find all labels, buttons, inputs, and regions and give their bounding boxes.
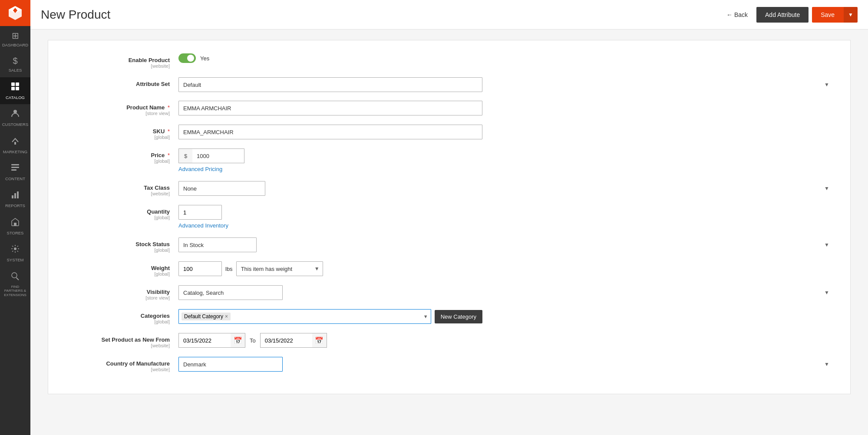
svg-rect-11: [17, 191, 19, 198]
sidebar-logo: [0, 0, 30, 26]
country-manufacture-label: Country of Manufacture: [106, 360, 170, 367]
categories-control: Default Category × ▼ New Category: [178, 309, 833, 324]
enable-product-label: Enable Product: [129, 57, 170, 63]
sku-sublabel: [global]: [66, 135, 170, 140]
visibility-select-wrap: Catalog, Search Catalog Search Not Visib…: [178, 285, 833, 300]
svg-rect-6: [11, 164, 19, 165]
calendar-to-icon: 📅: [315, 336, 323, 345]
save-button[interactable]: Save: [812, 7, 843, 23]
date-from-calendar-button[interactable]: 📅: [231, 333, 245, 348]
enable-product-toggle[interactable]: [178, 53, 196, 63]
attribute-set-arrow-icon: ▼: [824, 82, 829, 88]
weight-label-col: Weight [global]: [66, 261, 178, 277]
date-to-calendar-button[interactable]: 📅: [312, 333, 327, 348]
visibility-select[interactable]: Catalog, Search Catalog Search Not Visib…: [178, 285, 283, 300]
system-icon: [10, 244, 20, 256]
stock-status-label-col: Stock Status [global]: [66, 237, 178, 253]
save-button-group: Save ▼: [812, 7, 858, 23]
sidebar-item-find-partners[interactable]: FIND PARTNERS & EXTENSIONS: [0, 267, 30, 302]
sidebar-item-label: DASHBOARD: [2, 43, 28, 47]
sidebar-item-label: STORES: [7, 231, 24, 235]
quantity-label-col: Quantity [global]: [66, 205, 178, 220]
find-partners-icon: [10, 271, 20, 283]
stock-status-label: Stock Status: [135, 241, 170, 247]
sku-control: [178, 125, 833, 139]
product-name-sublabel: [store view]: [66, 111, 170, 116]
quantity-input[interactable]: [178, 205, 222, 220]
sidebar-item-customers[interactable]: CUSTOMERS: [0, 104, 30, 131]
price-input[interactable]: [192, 148, 244, 163]
categories-input[interactable]: Default Category × ▼: [178, 309, 431, 324]
sku-label: SKU: [153, 128, 165, 135]
attribute-set-select-wrap: Default ▼: [178, 77, 833, 92]
svg-rect-12: [14, 223, 17, 226]
tax-class-label: Tax Class: [144, 185, 170, 191]
sidebar-item-system[interactable]: SYSTEM: [0, 240, 30, 267]
toggle-slider: [178, 53, 196, 63]
tax-class-row: Tax Class [website] None Taxable Goods ▼: [66, 181, 833, 196]
quantity-row: Quantity [global] Advanced Inventory: [66, 205, 833, 229]
weight-control: lbs This item has weight This item has n…: [178, 261, 833, 276]
svg-point-4: [13, 110, 17, 113]
country-manufacture-arrow-icon: ▼: [824, 361, 829, 367]
sidebar-item-stores[interactable]: STORES: [0, 213, 30, 240]
sidebar-item-marketing[interactable]: MARKETING: [0, 132, 30, 158]
sidebar-item-dashboard[interactable]: ⊞ DASHBOARD: [0, 26, 30, 52]
quantity-control: Advanced Inventory: [178, 205, 833, 229]
tax-class-label-col: Tax Class [website]: [66, 181, 178, 196]
category-tag: Default Category ×: [182, 313, 231, 320]
price-input-wrap: $: [178, 148, 833, 163]
sidebar-item-label: SYSTEM: [7, 257, 23, 262]
catalog-icon: [10, 82, 20, 93]
weight-type-select[interactable]: This item has weight This item has no we…: [236, 261, 323, 276]
sku-input[interactable]: [178, 125, 482, 139]
back-button[interactable]: ← Back: [721, 8, 753, 22]
toggle-yes-label: Yes: [200, 55, 209, 62]
country-manufacture-select[interactable]: Denmark United States China Germany: [178, 357, 283, 372]
main-area: New Product ← Back Add Attribute Save ▼ …: [30, 0, 868, 435]
add-attribute-button[interactable]: Add Attribute: [756, 7, 809, 23]
svg-rect-0: [11, 82, 15, 86]
date-from-wrap: 📅: [178, 333, 245, 348]
save-dropdown-button[interactable]: ▼: [843, 7, 858, 23]
product-name-row: Product Name * [store view]: [66, 101, 833, 116]
categories-sublabel: [global]: [66, 319, 170, 324]
price-required: *: [168, 152, 170, 158]
page-title: New Product: [41, 8, 110, 22]
stock-status-select[interactable]: In Stock Out of Stock: [178, 237, 257, 252]
country-manufacture-select-wrap: Denmark United States China Germany ▼: [178, 357, 833, 372]
product-new-from-control: 📅 To 📅: [178, 333, 833, 348]
sidebar-item-catalog[interactable]: CATALOG: [0, 77, 30, 104]
stock-status-select-wrap: In Stock Out of Stock ▼: [178, 237, 833, 252]
attribute-set-label: Attribute Set: [136, 81, 170, 87]
sidebar-item-sales[interactable]: $ SALES: [0, 52, 30, 77]
advanced-pricing-link[interactable]: Advanced Pricing: [178, 166, 833, 172]
product-new-from-label: Set Product as New From: [102, 336, 170, 343]
stores-icon: [10, 217, 20, 229]
svg-rect-7: [11, 167, 19, 168]
product-name-input[interactable]: [178, 101, 482, 115]
content-area: Enable Product [website] Yes Att: [30, 30, 868, 435]
content-icon: [10, 163, 20, 175]
quantity-label: Quantity: [147, 208, 170, 215]
weight-row: Weight [global] lbs This item has weight…: [66, 261, 833, 277]
advanced-inventory-link[interactable]: Advanced Inventory: [178, 222, 833, 229]
date-to-input[interactable]: [260, 333, 312, 348]
weight-input-wrap: lbs This item has weight This item has n…: [178, 261, 833, 276]
new-category-button[interactable]: New Category: [435, 310, 482, 323]
weight-input[interactable]: [178, 261, 222, 276]
header-actions: ← Back Add Attribute Save ▼: [721, 7, 858, 23]
visibility-label: Visibility: [147, 289, 170, 295]
tax-class-select[interactable]: None Taxable Goods: [178, 181, 265, 196]
svg-rect-10: [14, 193, 16, 198]
toggle-wrap: Yes: [178, 53, 833, 63]
sidebar-item-reports[interactable]: REPORTS: [0, 185, 30, 212]
date-from-input[interactable]: [178, 333, 231, 348]
attribute-set-select[interactable]: Default: [178, 77, 482, 92]
sidebar-item-content[interactable]: CONTENT: [0, 158, 30, 185]
tax-class-control: None Taxable Goods ▼: [178, 181, 833, 196]
date-range-wrap: 📅 To 📅: [178, 333, 833, 348]
price-currency-symbol: $: [178, 148, 192, 163]
svg-rect-2: [11, 87, 15, 90]
category-tag-remove[interactable]: ×: [225, 313, 228, 320]
